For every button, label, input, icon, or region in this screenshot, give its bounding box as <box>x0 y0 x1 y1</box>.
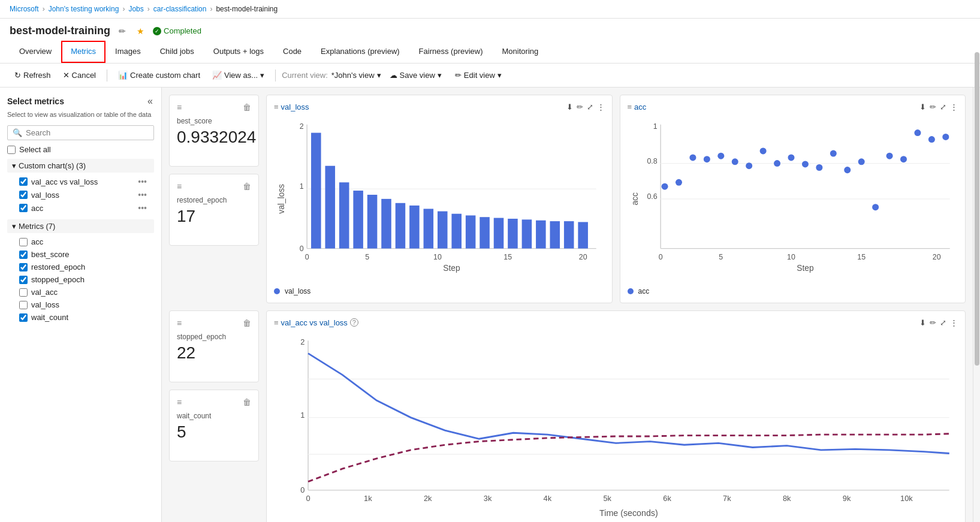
metric-checkbox-acc[interactable] <box>19 238 28 246</box>
svg-point-44 <box>703 156 710 162</box>
svg-rect-8 <box>325 166 335 249</box>
delete-restored-epoch-button[interactable]: 🗑 <box>243 182 251 191</box>
val-loss-chart-actions: ⬇ ✏ ⤢ ⋮ <box>566 102 605 111</box>
metric-checkbox-val-loss[interactable] <box>19 301 28 309</box>
svg-point-54 <box>844 167 851 173</box>
custom-item-left-3: acc <box>19 204 43 213</box>
acc-download-button[interactable]: ⬇ <box>919 102 926 111</box>
breadcrumb-car-classification[interactable]: car-classification <box>153 5 207 13</box>
create-chart-label: Create custom chart <box>130 71 200 80</box>
metric-checkbox-stopped-epoch[interactable] <box>19 276 28 284</box>
tab-fairness[interactable]: Fairness (preview) <box>409 41 493 63</box>
status-text: Completed <box>164 26 201 35</box>
combo-more-button[interactable]: ⋮ <box>950 318 958 327</box>
chevron-down-metrics-icon: ▾ <box>12 222 16 231</box>
val-loss-edit-button[interactable]: ✏ <box>577 102 583 111</box>
edit-title-button[interactable]: ✏ <box>116 25 128 37</box>
tab-overview[interactable]: Overview <box>10 41 61 63</box>
tab-child-jobs[interactable]: Child jobs <box>150 41 204 63</box>
custom-item-checkbox-3[interactable] <box>19 204 28 212</box>
val-acc-val-loss-chart-card: ≡ val_acc vs val_loss ? ⬇ ✏ ⤢ ⋮ <box>266 310 966 522</box>
edit-view-button[interactable]: ✏ Edit view ▾ <box>450 68 506 82</box>
combo-download-button[interactable]: ⬇ <box>919 318 926 327</box>
tab-images[interactable]: Images <box>105 41 150 63</box>
tab-metrics[interactable]: Metrics <box>61 41 105 63</box>
acc-expand-button[interactable]: ⤢ <box>940 102 946 111</box>
delete-best-score-button[interactable]: 🗑 <box>243 102 251 112</box>
acc-more-button[interactable]: ⋮ <box>950 102 958 111</box>
save-view-button[interactable]: ☁ Save view ▾ <box>385 68 447 82</box>
val-loss-more-button[interactable]: ⋮ <box>597 102 605 111</box>
metrics-group-header[interactable]: ▾ Metrics (7) <box>7 219 154 233</box>
combo-expand-button[interactable]: ⤢ <box>940 318 946 327</box>
svg-point-61 <box>942 134 949 140</box>
svg-text:4k: 4k <box>544 494 552 503</box>
select-all-row: Select all <box>7 145 154 154</box>
combo-edit-button[interactable]: ✏ <box>930 318 936 327</box>
metric-item-acc: acc <box>7 236 154 248</box>
val-loss-expand-button[interactable]: ⤢ <box>587 102 593 111</box>
tab-explanations[interactable]: Explanations (preview) <box>311 41 409 63</box>
info-icon[interactable]: ? <box>350 318 358 327</box>
status-icon <box>153 27 161 35</box>
breadcrumb: Microsoft › John's testing working › Job… <box>0 0 980 19</box>
tab-code[interactable]: Code <box>273 41 311 63</box>
acc-chart-header: ≡ acc ⬇ ✏ ⤢ ⋮ <box>628 102 958 111</box>
val-acc-val-loss-chart-header: ≡ val_acc vs val_loss ? ⬇ ✏ ⤢ ⋮ <box>274 318 958 327</box>
custom-charts-group-header[interactable]: ▾ Custom chart(s) (3) <box>7 159 154 173</box>
delete-stopped-epoch-button[interactable]: 🗑 <box>243 318 251 328</box>
metric-item-left-restored-epoch: restored_epoch <box>19 262 85 271</box>
refresh-button[interactable]: ↻ Refresh <box>10 68 56 82</box>
delete-wait-count-button[interactable]: 🗑 <box>243 397 251 407</box>
svg-text:15: 15 <box>503 253 512 261</box>
metric-checkbox-val-acc[interactable] <box>19 288 28 297</box>
sidebar-header: Select metrics « <box>7 95 154 108</box>
select-all-checkbox-label[interactable]: Select all <box>7 145 51 154</box>
metric-label-acc: acc <box>31 237 43 246</box>
custom-item-more-3[interactable]: ••• <box>135 203 149 213</box>
create-chart-button[interactable]: 📊 Create custom chart <box>113 68 205 82</box>
breadcrumb-testing[interactable]: John's testing working <box>49 5 119 13</box>
current-view-dropdown[interactable]: *John's view ▾ <box>331 71 381 80</box>
search-input[interactable] <box>26 128 149 137</box>
custom-item-more-1[interactable]: ••• <box>135 177 149 186</box>
scroll-thumb[interactable] <box>975 87 979 366</box>
favorite-button[interactable]: ★ <box>134 25 147 37</box>
breadcrumb-jobs[interactable]: Jobs <box>128 5 143 13</box>
custom-item-checkbox-2[interactable] <box>19 191 28 199</box>
metric-checkbox-wait-count[interactable] <box>19 313 28 322</box>
custom-item-checkbox-1[interactable] <box>19 177 28 186</box>
svg-text:Step: Step <box>797 264 814 273</box>
breadcrumb-sep4: › <box>210 5 212 13</box>
metric-checkbox-best-score[interactable] <box>19 251 28 259</box>
custom-item-more-2[interactable]: ••• <box>135 190 149 200</box>
select-all-checkbox[interactable] <box>7 146 16 154</box>
right-scrollbar[interactable] <box>973 87 980 522</box>
metric-item-val-loss: val_loss <box>7 298 154 311</box>
metric-item-wait-count: wait_count <box>7 311 154 324</box>
acc-edit-button[interactable]: ✏ <box>930 102 936 111</box>
chart-drag-icon-val-loss: ≡ <box>274 102 279 111</box>
sidebar-collapse-button[interactable]: « <box>146 95 154 108</box>
tab-monitoring[interactable]: Monitoring <box>493 41 548 63</box>
svg-rect-12 <box>381 199 391 249</box>
view-as-button[interactable]: 📈 View as... ▾ <box>207 68 269 82</box>
select-all-label: Select all <box>19 145 51 154</box>
val-loss-chart-header: ≡ val_loss ⬇ ✏ ⤢ ⋮ <box>274 102 605 111</box>
cancel-button[interactable]: ✕ Cancel <box>58 68 101 82</box>
metric-card-header-best-score: ≡ 🗑 <box>177 102 251 112</box>
metric-item-left-val-loss: val_loss <box>19 300 59 309</box>
val-loss-chart-card: ≡ val_loss ⬇ ✏ ⤢ ⋮ val_loss <box>266 95 613 303</box>
metric-label-stopped-epoch: stopped_epoch <box>31 275 85 284</box>
tab-outputs-logs[interactable]: Outputs + logs <box>204 41 273 63</box>
cancel-icon: ✕ <box>63 71 70 80</box>
metric-checkbox-restored-epoch[interactable] <box>19 263 28 271</box>
val-loss-legend-text: val_loss <box>285 287 310 295</box>
val-loss-download-button[interactable]: ⬇ <box>566 102 573 111</box>
metric-card-value-wait-count: 5 <box>177 423 251 442</box>
drag-icon-stopped-epoch: ≡ <box>177 318 182 328</box>
drag-icon-wait-count: ≡ <box>177 397 182 407</box>
svg-rect-22 <box>522 219 532 248</box>
metric-card-restored-epoch: ≡ 🗑 restored_epoch 17 <box>169 174 259 246</box>
breadcrumb-microsoft[interactable]: Microsoft <box>10 5 39 13</box>
